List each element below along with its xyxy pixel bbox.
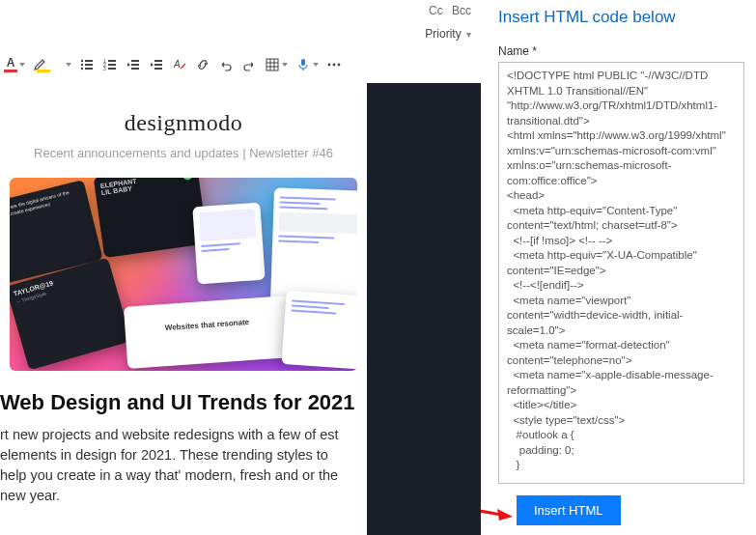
- compose-pane: Cc Bcc Priority ▾ A: [0, 0, 481, 535]
- svg-rect-14: [131, 68, 139, 70]
- svg-rect-12: [131, 60, 139, 62]
- caret-icon: [19, 63, 25, 67]
- numbered-list-button[interactable]: 123: [102, 56, 118, 73]
- newsletter-tagline: Recent announcements and updates | Newsl…: [0, 146, 367, 178]
- svg-rect-17: [154, 68, 162, 70]
- hero-card: [281, 291, 357, 370]
- cc-toggle[interactable]: Cc: [429, 4, 443, 17]
- hero-card: [270, 187, 357, 306]
- hero-card: [192, 203, 265, 285]
- panel-title: Insert HTML code below: [498, 8, 744, 27]
- redo-button[interactable]: [241, 56, 257, 73]
- priority-label: Priority: [425, 27, 461, 41]
- html-code-input[interactable]: [498, 62, 744, 484]
- indent-button[interactable]: [149, 56, 164, 73]
- bcc-toggle[interactable]: Bcc: [452, 4, 471, 17]
- hero-card: Websites that resonate: [124, 296, 292, 369]
- svg-line-19: [181, 64, 185, 69]
- microphone-icon: [295, 57, 311, 72]
- outdent-button[interactable]: [126, 56, 141, 73]
- link-icon: [195, 57, 210, 72]
- email-preview-frame: designmodo Recent announcements and upda…: [0, 83, 481, 535]
- svg-rect-20: [266, 59, 278, 70]
- undo-icon: [218, 57, 234, 72]
- hero-card: ELEPHANT LIL BABY: [94, 178, 209, 258]
- svg-point-2: [81, 64, 83, 66]
- clear-formatting-button[interactable]: A: [172, 56, 187, 73]
- svg-rect-1: [85, 60, 93, 62]
- bulleted-list-button[interactable]: [79, 56, 95, 73]
- redo-icon: [241, 57, 257, 72]
- code-field-label: Name *: [498, 44, 744, 58]
- insert-link-button[interactable]: [195, 56, 210, 73]
- table-button[interactable]: [265, 56, 288, 73]
- insert-html-panel: Insert HTML code below Name * Insert HTM…: [481, 0, 756, 535]
- svg-text:A: A: [173, 59, 181, 70]
- svg-point-26: [328, 64, 331, 67]
- outdent-icon: [126, 57, 141, 72]
- more-options-button[interactable]: [326, 56, 342, 73]
- bullet-list-icon: [79, 57, 95, 72]
- clear-format-icon: A: [172, 57, 187, 72]
- font-color-button[interactable]: A: [4, 56, 25, 73]
- brand-logo: designmodo: [0, 83, 367, 146]
- svg-marker-30: [497, 509, 513, 521]
- formatting-toolbar: A 123: [0, 50, 481, 83]
- svg-rect-9: [108, 64, 116, 66]
- svg-rect-3: [85, 64, 93, 66]
- recipient-options: Cc Bcc Priority ▾: [423, 4, 471, 41]
- undo-button[interactable]: [218, 56, 234, 73]
- svg-point-4: [81, 68, 83, 70]
- svg-rect-11: [108, 68, 116, 70]
- svg-rect-5: [85, 68, 93, 70]
- chevron-down-icon: ▾: [466, 29, 471, 40]
- svg-rect-15: [154, 60, 162, 62]
- caret-icon: [313, 63, 319, 67]
- hero-image: Designers are the digital artisans of th…: [10, 178, 357, 371]
- svg-rect-16: [154, 64, 162, 66]
- font-color-icon: A: [4, 57, 17, 72]
- dictation-button[interactable]: [295, 56, 319, 73]
- highlight-button[interactable]: [33, 56, 71, 73]
- article-body: rt new projects and website redesigns wi…: [0, 425, 367, 506]
- table-icon: [265, 57, 280, 72]
- insert-html-button[interactable]: Insert HTML: [517, 495, 621, 525]
- article-headline: Web Design and UI Trends for 2021: [0, 384, 367, 425]
- numbered-list-icon: 123: [102, 57, 118, 72]
- svg-rect-13: [131, 64, 139, 66]
- priority-dropdown[interactable]: Priority ▾: [423, 27, 471, 41]
- svg-rect-7: [108, 60, 116, 62]
- caret-icon: [66, 63, 71, 67]
- svg-rect-25: [301, 59, 305, 66]
- svg-text:3: 3: [103, 66, 106, 71]
- svg-point-0: [81, 60, 83, 62]
- caret-icon: [282, 63, 288, 67]
- indent-icon: [149, 57, 164, 72]
- svg-point-27: [333, 64, 336, 67]
- email-body[interactable]: designmodo Recent announcements and upda…: [0, 83, 367, 535]
- svg-point-28: [338, 64, 341, 67]
- ellipsis-icon: [326, 57, 342, 72]
